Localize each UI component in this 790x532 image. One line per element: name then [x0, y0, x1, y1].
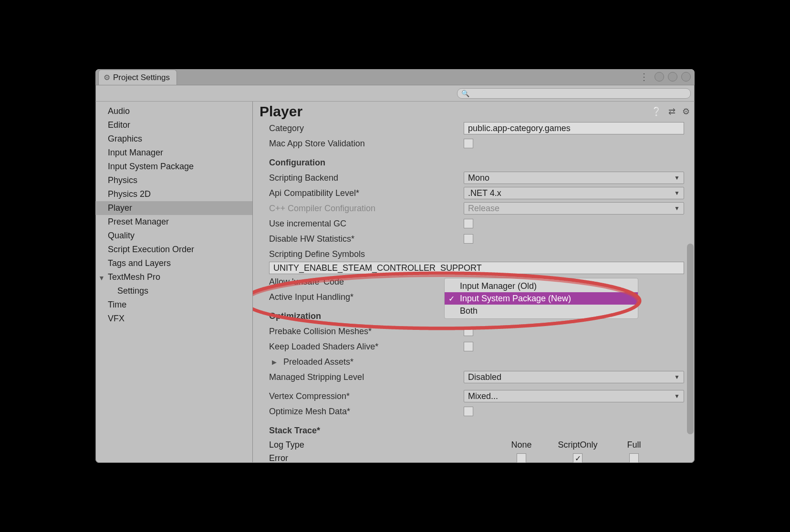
section-optimization: Optimization: [269, 311, 460, 321]
window-tab-title: Project Settings: [113, 73, 170, 82]
sidebar-item-graphics[interactable]: Graphics: [95, 132, 252, 146]
section-stack-trace: Stack Trace*: [269, 426, 460, 436]
project-settings-window: ⚙ Project Settings ⋮ 🔍 Audio Editor Grap…: [95, 69, 695, 463]
window-tab-strip: ⚙ Project Settings ⋮: [95, 69, 695, 85]
foldout-arrow-icon[interactable]: ▶: [272, 358, 277, 366]
chevron-down-icon: ▼: [674, 205, 680, 212]
content-header: Player ❔ ⇄ ⚙: [253, 102, 695, 121]
stack-error-none-checkbox[interactable]: [517, 453, 526, 463]
label: Mac App Store Validation: [269, 139, 460, 149]
popup-item-input-system-package-new[interactable]: ✓ Input System Package (New): [445, 292, 638, 305]
window-button-3[interactable]: [681, 72, 691, 82]
sidebar-item-tags-and-layers[interactable]: Tags and Layers: [95, 256, 252, 270]
sidebar-item-label: TextMesh Pro: [108, 272, 160, 282]
sidebar-item-physics-2d[interactable]: Physics 2D: [95, 187, 252, 201]
define-symbols-value: UNITY_ENABLE_STEAM_CONTROLLER_SUPPORT: [273, 263, 482, 273]
chevron-down-icon: ▼: [674, 393, 680, 399]
content-pane: Player ❔ ⇄ ⚙ Category public.app-categor…: [253, 102, 695, 463]
cpp-config-dropdown: Release ▼: [464, 202, 684, 215]
preset-icon[interactable]: ⇄: [668, 106, 676, 117]
label: Scripting Backend: [269, 173, 460, 183]
settings-icon[interactable]: ⚙: [682, 106, 690, 117]
stack-col-scriptonly: ScriptOnly: [550, 440, 606, 450]
sidebar-item-input-manager[interactable]: Input Manager: [95, 146, 252, 160]
chevron-down-icon: ▼: [674, 190, 680, 196]
label: Scripting Define Symbols: [269, 249, 460, 259]
optimize-mesh-checkbox[interactable]: [464, 407, 473, 416]
mac-app-store-checkbox[interactable]: [464, 139, 473, 148]
help-icon[interactable]: ❔: [651, 106, 662, 117]
popup-item-both[interactable]: Both: [445, 305, 638, 317]
dropdown-value: Disabled: [468, 372, 501, 382]
scripting-backend-dropdown[interactable]: Mono ▼: [464, 172, 684, 184]
stack-col-none: None: [493, 440, 550, 450]
category-field[interactable]: public.app-category.games: [464, 122, 684, 134]
sidebar-item-script-execution-order[interactable]: Script Execution Order: [95, 243, 252, 256]
stack-col-full: Full: [606, 440, 662, 450]
stack-error-scriptonly-checkbox[interactable]: ✓: [573, 453, 582, 463]
popup-item-label: Input Manager (Old): [460, 281, 537, 291]
label: Active Input Handling*: [269, 292, 460, 302]
sidebar-item-player[interactable]: Player: [95, 201, 252, 215]
stack-row-error-label: Error: [269, 453, 493, 463]
dropdown-value: Mono: [468, 173, 489, 183]
search-input[interactable]: 🔍: [457, 88, 691, 99]
window-controls: ⋮: [637, 71, 691, 82]
chevron-down-icon: ▼: [674, 174, 680, 181]
page-title: Player: [260, 103, 302, 120]
search-icon: 🔍: [461, 90, 469, 97]
label: Optimize Mesh Data*: [269, 407, 460, 417]
incremental-gc-checkbox[interactable]: [464, 219, 473, 228]
define-symbols-input[interactable]: UNITY_ENABLE_STEAM_CONTROLLER_SUPPORT: [269, 262, 684, 274]
popup-item-input-manager-old[interactable]: Input Manager (Old): [445, 280, 638, 292]
sidebar-item-textmesh-pro[interactable]: ▼ TextMesh Pro: [95, 270, 252, 284]
sidebar-item-time[interactable]: Time: [95, 298, 252, 312]
prebake-checkbox[interactable]: [464, 327, 473, 336]
stack-error-full-checkbox[interactable]: [629, 453, 639, 463]
gear-icon: ⚙: [104, 73, 110, 82]
label: Vertex Compression*: [269, 391, 460, 401]
sidebar-item-preset-manager[interactable]: Preset Manager: [95, 215, 252, 229]
label: Disable HW Statistics*: [269, 234, 460, 244]
popup-item-label: Input System Package (New): [460, 294, 571, 304]
check-icon: ✓: [448, 294, 455, 303]
label: Allow 'unsafe' Code: [269, 277, 460, 287]
label: Managed Stripping Level: [269, 372, 460, 382]
label: Use incremental GC: [269, 219, 460, 229]
search-row: 🔍: [95, 85, 695, 102]
sidebar-item-textmesh-settings[interactable]: Settings: [95, 284, 252, 298]
sidebar-item-quality[interactable]: Quality: [95, 229, 252, 243]
settings-sidebar: Audio Editor Graphics Input Manager Inpu…: [95, 102, 253, 463]
disable-hw-checkbox[interactable]: [464, 234, 473, 244]
popup-item-label: Both: [460, 306, 478, 316]
label: Preloaded Assets*: [283, 357, 468, 367]
window-button-2[interactable]: [668, 72, 677, 82]
content-scroll[interactable]: Category public.app-category.games Mac A…: [253, 121, 695, 463]
dropdown-value: .NET 4.x: [468, 188, 501, 198]
label: C++ Compiler Configuration: [269, 204, 460, 214]
scrollbar-thumb[interactable]: [687, 244, 694, 434]
stripping-dropdown[interactable]: Disabled ▼: [464, 371, 684, 383]
sidebar-item-editor[interactable]: Editor: [95, 118, 252, 132]
category-value: public.app-category.games: [468, 123, 571, 133]
sidebar-item-input-system-package[interactable]: Input System Package: [95, 160, 252, 174]
label: Category: [269, 123, 460, 133]
dropdown-value: Mixed...: [468, 391, 498, 401]
sidebar-item-audio[interactable]: Audio: [95, 104, 252, 118]
sidebar-item-physics[interactable]: Physics: [95, 174, 252, 187]
label: Keep Loaded Shaders Alive*: [269, 342, 460, 352]
dropdown-value: Release: [468, 204, 499, 214]
stack-col-logtype: Log Type: [269, 440, 493, 450]
vertex-compression-dropdown[interactable]: Mixed... ▼: [464, 390, 684, 402]
window-button-1[interactable]: [655, 72, 664, 82]
chevron-down-icon: ▼: [674, 374, 680, 380]
keep-shaders-checkbox[interactable]: [464, 342, 473, 351]
expand-toggle-icon[interactable]: ▼: [98, 272, 105, 284]
label: Api Compatibility Level*: [269, 188, 460, 198]
sidebar-item-vfx[interactable]: VFX: [95, 312, 252, 326]
window-tab[interactable]: ⚙ Project Settings: [98, 70, 177, 85]
label: Prebake Collision Meshes*: [269, 327, 460, 337]
api-compat-dropdown[interactable]: .NET 4.x ▼: [464, 187, 684, 199]
overflow-menu-icon[interactable]: ⋮: [637, 71, 651, 82]
section-configuration: Configuration: [269, 158, 460, 168]
